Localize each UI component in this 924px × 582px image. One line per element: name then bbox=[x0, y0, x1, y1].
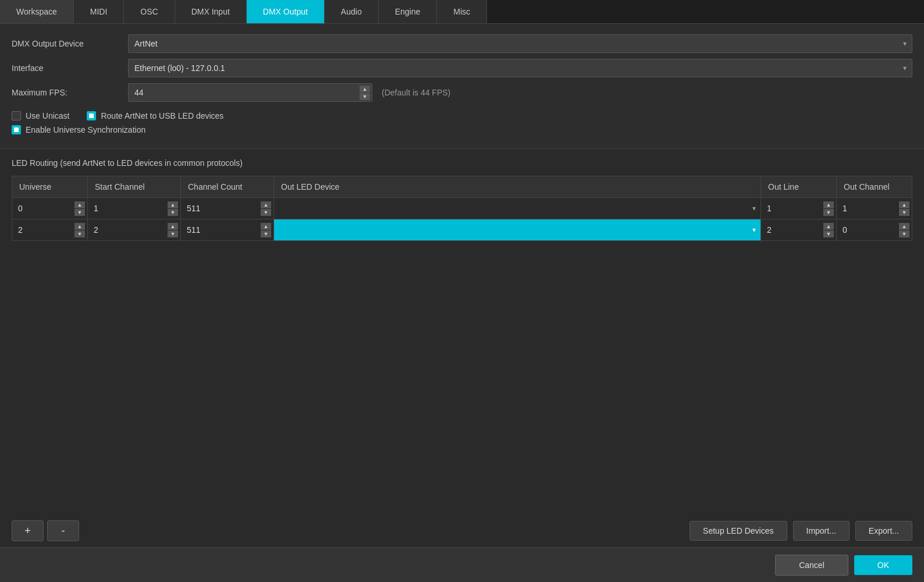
tab-bar: WorkspaceMIDIOSCDMX InputDMX OutputAudio… bbox=[0, 0, 924, 24]
channel-count-value: 511 bbox=[187, 225, 268, 235]
chan-down[interactable]: ▼ bbox=[899, 230, 909, 237]
fps-up-button[interactable]: ▲ bbox=[360, 86, 370, 93]
col-header-universe: Universe bbox=[12, 176, 88, 198]
universe-up[interactable]: ▲ bbox=[74, 223, 85, 230]
universe-cell: 0▲▼ bbox=[12, 198, 87, 219]
dmx-output-row: DMX Output Device ArtNet ▾ bbox=[12, 34, 912, 53]
line-down[interactable]: ▼ bbox=[823, 230, 834, 237]
interface-control: Ethernet (lo0) - 127.0.0.1 ▾ bbox=[128, 59, 912, 77]
out-line-cell: 2▲▼ bbox=[761, 219, 836, 240]
chan-up[interactable]: ▲ bbox=[899, 223, 909, 230]
count-down[interactable]: ▼ bbox=[261, 230, 271, 237]
channel-count-cell: 511▲▼ bbox=[181, 219, 273, 240]
start-channel-value: 1 bbox=[94, 204, 175, 213]
settings-panel: DMX Output Device ArtNet ▾ Interface Eth… bbox=[0, 24, 924, 149]
route-artnet-item[interactable]: Route ArtNet to USB LED devices bbox=[87, 111, 223, 120]
count-down[interactable]: ▼ bbox=[261, 209, 271, 216]
fps-control: ▲ ▼ (Default is 44 FPS) bbox=[128, 83, 450, 102]
led-device-cell: ▾ bbox=[274, 198, 760, 219]
tab-osc[interactable]: OSC bbox=[124, 0, 175, 23]
fps-row: Maximum FPS: ▲ ▼ (Default is 44 FPS) bbox=[12, 83, 912, 102]
tab-midi[interactable]: MIDI bbox=[74, 0, 125, 23]
routing-table: Universe Start Channel Channel Count Out… bbox=[12, 176, 912, 241]
count-up[interactable]: ▲ bbox=[261, 201, 271, 208]
routing-table-body: 0▲▼1▲▼511▲▼▾1▲▼1▲▼2▲▼2▲▼511▲▼▾2▲▼0▲▼ bbox=[12, 198, 912, 241]
channel-count-cell: 511▲▼ bbox=[181, 198, 273, 219]
chan-down[interactable]: ▼ bbox=[899, 209, 909, 216]
table-row: 0▲▼1▲▼511▲▼▾1▲▼1▲▼ bbox=[12, 198, 912, 219]
enable-sync-item[interactable]: Enable Universe Synchronization bbox=[12, 125, 145, 134]
tab-dmx-input[interactable]: DMX Input bbox=[175, 0, 247, 23]
col-header-start: Start Channel bbox=[88, 176, 181, 198]
dmx-output-label: DMX Output Device bbox=[12, 39, 128, 48]
remove-row-button[interactable]: - bbox=[47, 520, 79, 541]
interface-select[interactable]: Ethernet (lo0) - 127.0.0.1 bbox=[128, 59, 912, 77]
col-header-led: Out LED Device bbox=[274, 176, 761, 198]
start-down[interactable]: ▼ bbox=[168, 230, 178, 237]
out-line-cell: 1▲▼ bbox=[761, 198, 836, 219]
led-device-cell: ▾ bbox=[274, 219, 760, 240]
out-channel-value: 1 bbox=[843, 204, 906, 213]
routing-header-row: Universe Start Channel Channel Count Out… bbox=[12, 176, 912, 198]
fps-input-wrap: ▲ ▼ bbox=[128, 83, 372, 102]
out-line-value: 2 bbox=[767, 225, 830, 235]
export-button[interactable]: Export... bbox=[855, 521, 912, 541]
universe-value: 0 bbox=[18, 204, 81, 213]
checkboxes-row: Use Unicast Route ArtNet to USB LED devi… bbox=[12, 108, 912, 124]
led-device-select[interactable] bbox=[279, 198, 756, 219]
col-header-channel: Out Channel bbox=[837, 176, 912, 198]
universe-down[interactable]: ▼ bbox=[74, 230, 85, 237]
interface-row: Interface Ethernet (lo0) - 127.0.0.1 ▾ bbox=[12, 59, 912, 77]
start-channel-cell: 1▲▼ bbox=[88, 198, 180, 219]
enable-sync-label: Enable Universe Synchronization bbox=[26, 125, 145, 134]
route-artnet-checkbox[interactable] bbox=[87, 111, 96, 120]
use-unicast-item[interactable]: Use Unicast bbox=[12, 111, 69, 120]
start-down[interactable]: ▼ bbox=[168, 209, 178, 216]
out-channel-cell: 1▲▼ bbox=[837, 198, 912, 219]
col-header-line: Out Line bbox=[761, 176, 837, 198]
universe-up[interactable]: ▲ bbox=[74, 201, 85, 208]
fps-label: Maximum FPS: bbox=[12, 88, 128, 97]
add-row-button[interactable]: + bbox=[12, 520, 44, 541]
use-unicast-checkbox[interactable] bbox=[12, 111, 21, 120]
count-up[interactable]: ▲ bbox=[261, 223, 271, 230]
universe-cell: 2▲▼ bbox=[12, 219, 87, 240]
out-channel-cell: 0▲▼ bbox=[837, 219, 912, 240]
dmx-output-select[interactable]: ArtNet bbox=[128, 34, 912, 53]
line-up[interactable]: ▲ bbox=[823, 201, 834, 208]
out-line-value: 1 bbox=[767, 204, 830, 213]
start-up[interactable]: ▲ bbox=[168, 201, 178, 208]
line-down[interactable]: ▼ bbox=[823, 209, 834, 216]
routing-section: LED Routing (send ArtNet to LED devices … bbox=[0, 149, 924, 241]
universe-value: 2 bbox=[18, 225, 81, 235]
fps-input[interactable] bbox=[128, 83, 372, 102]
routing-section-title: LED Routing (send ArtNet to LED devices … bbox=[12, 158, 912, 168]
bottom-bar: + - Setup LED Devices Import... Export..… bbox=[0, 514, 924, 547]
tab-dmx-output[interactable]: DMX Output bbox=[247, 0, 325, 23]
cancel-button[interactable]: Cancel bbox=[775, 555, 848, 576]
line-up[interactable]: ▲ bbox=[823, 223, 834, 230]
setup-led-devices-button[interactable]: Setup LED Devices bbox=[690, 521, 787, 541]
add-remove-group: + - bbox=[12, 520, 79, 541]
interface-label: Interface bbox=[12, 63, 128, 73]
led-device-select[interactable] bbox=[279, 219, 756, 240]
import-button[interactable]: Import... bbox=[793, 521, 850, 541]
enable-sync-checkbox[interactable] bbox=[12, 125, 21, 134]
dmx-output-control: ArtNet ▾ bbox=[128, 34, 912, 53]
start-up[interactable]: ▲ bbox=[168, 223, 178, 230]
ok-button[interactable]: OK bbox=[854, 555, 912, 575]
col-header-count: Channel Count bbox=[181, 176, 274, 198]
fps-down-button[interactable]: ▼ bbox=[360, 93, 370, 100]
sync-row: Enable Universe Synchronization bbox=[12, 124, 912, 138]
use-unicast-label: Use Unicast bbox=[26, 111, 69, 120]
table-row: 2▲▼2▲▼511▲▼▾2▲▼0▲▼ bbox=[12, 219, 912, 241]
tab-misc[interactable]: Misc bbox=[437, 0, 487, 23]
dialog-footer: Cancel OK bbox=[0, 547, 924, 582]
chan-up[interactable]: ▲ bbox=[899, 201, 909, 208]
tab-audio[interactable]: Audio bbox=[325, 0, 379, 23]
start-channel-value: 2 bbox=[94, 225, 175, 235]
tab-workspace[interactable]: Workspace bbox=[0, 0, 74, 23]
tab-engine[interactable]: Engine bbox=[379, 0, 438, 23]
route-artnet-label: Route ArtNet to USB LED devices bbox=[101, 111, 223, 120]
universe-down[interactable]: ▼ bbox=[74, 209, 85, 216]
